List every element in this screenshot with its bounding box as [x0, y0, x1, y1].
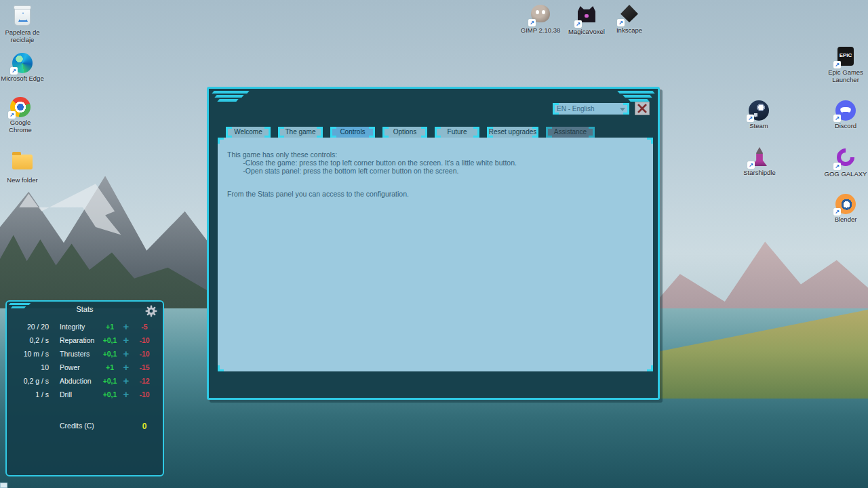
- buy-power-button[interactable]: +: [120, 361, 132, 373]
- desktop-icon-discord[interactable]: Discord: [823, 100, 868, 130]
- buy-abduction-button[interactable]: +: [120, 375, 132, 386]
- credits-value: 0: [133, 422, 156, 431]
- stat-cost: -5: [133, 323, 156, 331]
- recycle-bin-icon: [14, 7, 31, 26]
- window-corner-decoration: [623, 95, 652, 98]
- buy-reparation-button[interactable]: +: [120, 334, 132, 346]
- stat-value: 0,2 g / s: [7, 377, 49, 385]
- stat-cost: -15: [133, 363, 156, 371]
- tab-reset-upgrades[interactable]: Reset upgrades: [487, 127, 538, 138]
- tab-options[interactable]: Options: [382, 127, 427, 138]
- desktop-icon-chrome[interactable]: Google Chrome: [0, 97, 43, 134]
- stats-panel: Stats 20 / 20 Integrity +1 + -5: [5, 300, 164, 476]
- desktop-icon-label: Google Chrome: [0, 119, 43, 134]
- shortcut-arrow-icon: [833, 208, 841, 216]
- window-corner-decoration: [214, 95, 243, 98]
- tab-controls[interactable]: Controls: [330, 127, 375, 138]
- desktop-icon-label: New folder: [0, 177, 45, 184]
- stat-row-drill: 1 / s Drill +0,1 + -10: [7, 388, 163, 402]
- stat-value: 20 / 20: [7, 323, 49, 331]
- stat-gain: +0,1: [97, 390, 123, 399]
- language-select-value: EN - English: [557, 105, 595, 113]
- desktop-icon-label: Discord: [823, 123, 868, 130]
- buy-integrity-button[interactable]: +: [120, 321, 132, 332]
- desktop-icon-label: Inkscape: [607, 27, 652, 35]
- desktop-icon-magicavoxel[interactable]: MagicaVoxel: [564, 3, 609, 36]
- language-select[interactable]: EN - English: [553, 103, 629, 115]
- desktop-icon-steam[interactable]: Steam: [736, 100, 781, 130]
- buy-drill-button[interactable]: +: [120, 388, 132, 400]
- stat-gain: +1: [97, 363, 123, 371]
- stat-value: 1 / s: [7, 390, 49, 399]
- desktop-icon-label: Blender: [823, 216, 868, 224]
- tab-assistance[interactable]: Assistance: [546, 127, 595, 138]
- tab-the-game[interactable]: The game: [278, 127, 323, 138]
- settings-gear-icon[interactable]: [145, 305, 157, 317]
- stat-label: Integrity: [60, 323, 85, 331]
- buy-thrusters-button[interactable]: +: [120, 348, 132, 359]
- game-window: EN - English Welcome The game Controls O…: [207, 87, 660, 400]
- desktop: Papelera de reciclaje Microsoft Edge Goo…: [0, 0, 868, 488]
- stat-cost: -12: [133, 377, 156, 385]
- desktop-icon-label: GIMP 2.10.38: [518, 27, 563, 35]
- desktop-icon-edge[interactable]: Microsoft Edge: [0, 53, 45, 83]
- shortcut-arrow-icon: [574, 20, 582, 28]
- stat-gain: +0,1: [97, 377, 123, 385]
- stat-label: Abduction: [60, 377, 92, 385]
- stats-panel-title: Stats: [7, 305, 163, 313]
- tab-bar: Welcome The game Controls Options Future…: [226, 127, 595, 138]
- window-corner-decoration: [617, 91, 654, 94]
- stat-label: Drill: [60, 390, 72, 399]
- stat-value: 10: [7, 363, 49, 371]
- stat-cost: -10: [133, 350, 156, 358]
- close-window-button[interactable]: [635, 102, 650, 115]
- content-line: [227, 176, 644, 190]
- stat-label: Reparation: [60, 336, 94, 344]
- shortcut-arrow-icon: [617, 19, 625, 26]
- desktop-icon-epic-games[interactable]: EPIC Epic Games Launcher: [823, 46, 868, 83]
- stat-row-abduction: 0,2 g / s Abduction +0,1 + -12: [7, 375, 163, 388]
- stat-row-reparation: 0,2 / s Reparation +0,1 + -10: [7, 334, 163, 348]
- stat-gain: +1: [97, 323, 123, 331]
- content-line: -Open stats panel: press the bottom left…: [227, 167, 644, 176]
- credits-label: Credits (C): [60, 422, 94, 430]
- stat-value: 10 m / s: [7, 350, 49, 358]
- shortcut-arrow-icon: [833, 163, 841, 170]
- credits-row: Credits (C) 0: [7, 422, 163, 432]
- desktop-icon-label: GOG GALAXY: [823, 171, 868, 178]
- desktop-icon-blender[interactable]: Blender: [823, 194, 868, 224]
- stat-cost: -10: [133, 336, 156, 344]
- shortcut-arrow-icon: [833, 115, 841, 122]
- stat-value: 0,2 / s: [7, 336, 49, 344]
- desktop-icon-label: Papelera de reciclaje: [0, 29, 45, 43]
- stat-row-thrusters: 10 m / s Thrusters +0,1 + -10: [7, 348, 163, 361]
- stat-gain: +0,1: [97, 350, 123, 358]
- open-stats-panel-button[interactable]: [0, 483, 7, 488]
- stat-label: Power: [60, 363, 80, 371]
- content-line: From the Stats panel you can access to t…: [227, 190, 644, 199]
- desktop-icon-recycle-bin[interactable]: Papelera de reciclaje: [0, 5, 45, 43]
- desktop-icon-new-folder[interactable]: New folder: [0, 150, 45, 184]
- desktop-icon-gimp[interactable]: GIMP 2.10.38: [518, 3, 563, 35]
- shortcut-arrow-icon: [528, 19, 536, 26]
- folder-icon: [12, 155, 33, 169]
- shortcut-arrow-icon: [747, 161, 755, 169]
- desktop-icon-label: Steam: [736, 123, 781, 130]
- stat-row-integrity: 20 / 20 Integrity +1 + -5: [7, 321, 163, 334]
- shortcut-arrow-icon: [10, 67, 18, 75]
- desktop-icon-inkscape[interactable]: Inkscape: [607, 3, 652, 35]
- window-corner-decoration: [217, 99, 238, 102]
- tab-welcome[interactable]: Welcome: [226, 127, 271, 138]
- stat-label: Thrusters: [60, 350, 90, 358]
- stats-rows: 20 / 20 Integrity +1 + -5 0,2 / s Repara…: [7, 321, 163, 402]
- controls-tab-content: This game has only these controls: -Clos…: [218, 138, 653, 371]
- desktop-icon-label: Epic Games Launcher: [823, 69, 868, 83]
- tab-future[interactable]: Future: [435, 127, 479, 138]
- desktop-icon-label: Microsoft Edge: [0, 75, 45, 83]
- desktop-icon-label: MagicaVoxel: [564, 28, 609, 36]
- stat-cost: -10: [133, 390, 156, 399]
- desktop-icon-gog-galaxy[interactable]: GOG GALAXY: [823, 146, 868, 178]
- chevron-down-icon: [620, 108, 625, 111]
- stat-row-power: 10 Power +1 + -15: [7, 361, 163, 375]
- desktop-icon-starshipdle[interactable]: Starshipdle: [737, 146, 782, 177]
